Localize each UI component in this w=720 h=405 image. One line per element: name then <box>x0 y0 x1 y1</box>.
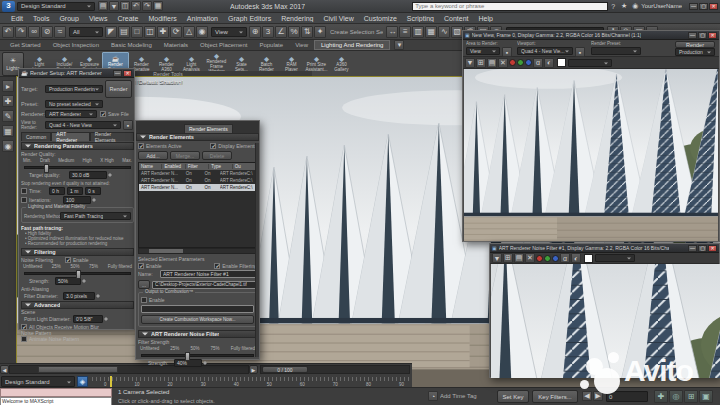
menu-item[interactable]: Create <box>112 15 143 22</box>
set-key-button[interactable]: Set Key <box>497 390 529 403</box>
close-button[interactable] <box>708 32 717 39</box>
renderer-dropdown[interactable]: ART Renderer <box>45 110 97 118</box>
elements-active-checkbox[interactable] <box>138 143 144 149</box>
user-icon[interactable]: ◉ <box>630 1 640 11</box>
quality-slider[interactable] <box>24 166 131 169</box>
area-to-render-dropdown[interactable]: View <box>466 47 500 55</box>
modify-icon[interactable]: ✎ <box>2 110 14 122</box>
render-elements-rollout[interactable]: Render Elements <box>136 133 259 141</box>
color-swatch[interactable] <box>584 254 593 263</box>
mirror-icon[interactable]: ↔ <box>386 26 398 38</box>
menu-item[interactable]: Group <box>54 15 83 22</box>
green-channel-icon[interactable] <box>517 59 524 66</box>
clone-window-icon[interactable]: ⊞ <box>476 58 486 68</box>
select-rotate-icon[interactable]: ⟳ <box>170 26 182 38</box>
reference-coordinate-dropdown[interactable]: View <box>211 27 247 37</box>
workspace-dropdown[interactable]: Design Standard <box>1 376 75 387</box>
clear-image-icon[interactable]: ✕ <box>498 58 508 68</box>
point-light-diameter-field[interactable]: 0'0 5/8" <box>73 315 103 323</box>
green-channel-icon[interactable] <box>544 255 551 262</box>
layout-icon[interactable]: ▦ <box>2 125 14 137</box>
time-slider-track[interactable]: 0 / 100 <box>260 365 410 374</box>
bind-spacewarp-icon[interactable]: ≈ <box>54 26 66 38</box>
save-image-icon[interactable]: ▼ <box>492 253 502 263</box>
rendering-parameters-rollout[interactable]: Rendering Parameters <box>21 142 134 150</box>
favorites-icon[interactable]: ★ <box>619 1 629 11</box>
iterations-checkbox[interactable] <box>21 197 27 203</box>
maxscript-listener[interactable]: Welcome to MAXScript <box>0 397 112 405</box>
tab-render-elements[interactable]: Render Elements <box>184 124 233 133</box>
time-seconds-field[interactable]: 0 s <box>85 187 101 195</box>
render-preset-dropdown[interactable] <box>591 47 641 55</box>
save-file-checkbox[interactable] <box>100 111 106 117</box>
tab-art-renderer[interactable]: ART Renderer <box>51 132 89 141</box>
element-enable-checkbox[interactable] <box>138 263 144 269</box>
point-light-diameter-spinner[interactable] <box>104 315 110 323</box>
menu-item[interactable]: Content <box>439 15 474 22</box>
create-selection-set-label[interactable]: Create Selection Se <box>330 29 383 35</box>
iterations-spinner[interactable] <box>92 196 98 204</box>
clone-window-icon[interactable]: ⊞ <box>503 253 513 263</box>
combustion-path-field[interactable] <box>141 305 254 313</box>
menu-item[interactable]: Edit <box>6 15 28 22</box>
minimize-button[interactable] <box>689 3 698 10</box>
render-setup-titlebar[interactable]: ☕ Render Setup: ART Renderer <box>19 69 134 78</box>
element-output-path-field[interactable]: C:\Desktop-Projects\Exterior-CadetChapel… <box>152 281 257 289</box>
use-pivot-icon[interactable]: ⊕ <box>249 26 261 38</box>
browse-output-button[interactable]: ... <box>138 280 150 289</box>
merge-element-button[interactable]: Merge... <box>170 151 200 160</box>
blue-channel-icon[interactable] <box>525 59 532 66</box>
scrollbar-thumb[interactable] <box>149 249 183 253</box>
ribbon-tab-active[interactable]: Lighting And Rendering <box>314 40 390 50</box>
color-swatch[interactable] <box>557 58 566 67</box>
element-row[interactable]: ART Renderer N...OnOnART Rendere...C:\ <box>139 177 256 184</box>
filtering-rollout[interactable]: Filtering <box>21 248 134 256</box>
max-logo[interactable]: 3 <box>2 1 15 12</box>
search-input[interactable] <box>412 2 608 11</box>
time-minutes-field[interactable]: 1 m <box>67 187 83 195</box>
macro-recorder[interactable] <box>0 388 112 397</box>
menu-item[interactable]: Civil View <box>318 15 358 22</box>
ribbon-tab[interactable]: Object Inspection <box>47 42 105 48</box>
iterations-field[interactable]: 100 <box>63 196 91 204</box>
elements-list[interactable]: NameEnabledFilterTypeOu ART Renderer N..… <box>138 162 257 248</box>
noise-enable-checkbox[interactable] <box>65 257 71 263</box>
named-sets-icon[interactable]: ✦ <box>314 26 326 38</box>
lock-view-icon[interactable]: ▪ <box>123 120 133 130</box>
curve-editor-icon[interactable]: ∿ <box>438 26 450 38</box>
menu-item[interactable]: Views <box>84 15 113 22</box>
new-scene-icon[interactable]: ▤ <box>98 1 108 11</box>
monochrome-icon[interactable]: ◐ <box>571 253 581 263</box>
filter-diameter-field[interactable]: 3.0 pixels <box>63 292 95 300</box>
tab-common[interactable]: Common <box>21 132 51 141</box>
channel-display-dropdown[interactable] <box>595 254 635 262</box>
filter-strength-slider[interactable] <box>24 272 131 275</box>
lock-viewport-icon[interactable]: ▪ <box>575 47 585 57</box>
motion-blur-checkbox[interactable] <box>21 324 27 330</box>
print-image-icon[interactable]: ▤ <box>514 253 524 263</box>
ribbon-tab[interactable]: Populate <box>253 42 289 48</box>
close-button[interactable] <box>123 70 132 77</box>
ribbon-tab[interactable]: Get Started <box>4 42 47 48</box>
spinner-snap-icon[interactable]: ⇅ <box>301 26 313 38</box>
select-by-name-icon[interactable]: ▤ <box>118 26 130 38</box>
elements-list-scrollbar[interactable] <box>138 248 257 254</box>
add-element-button[interactable]: Add... <box>138 151 168 160</box>
element-strength-spinner[interactable] <box>203 359 209 367</box>
ribbon-button[interactable]: ◆A360Gallery <box>329 52 354 76</box>
snap-3d-icon[interactable]: 3 <box>262 26 274 38</box>
tab-render-elements[interactable]: Render Elements <box>90 132 134 141</box>
create-combustion-workspace-button[interactable]: Create Combustion Workspace Now... <box>141 315 254 324</box>
lock-area-icon[interactable]: ▪ <box>502 47 512 57</box>
project-folder-icon[interactable]: ▦ <box>153 1 163 11</box>
rendering-method-dropdown[interactable]: Fast Path Tracing <box>60 212 131 220</box>
save-image-icon[interactable]: ▼ <box>465 58 475 68</box>
target-dropdown[interactable]: Production Rendering Mode <box>45 85 103 93</box>
menu-item[interactable]: Rendering <box>276 15 318 22</box>
align-icon[interactable]: ≡ <box>399 26 411 38</box>
noise-filter-rollout[interactable]: ART Renderer Noise Filter <box>138 330 257 338</box>
blue-channel-icon[interactable] <box>552 255 559 262</box>
undo-icon[interactable]: ↶ <box>131 1 141 11</box>
unlink-icon[interactable]: ⊘ <box>41 26 53 38</box>
time-hours-field[interactable]: 0 h <box>49 187 65 195</box>
